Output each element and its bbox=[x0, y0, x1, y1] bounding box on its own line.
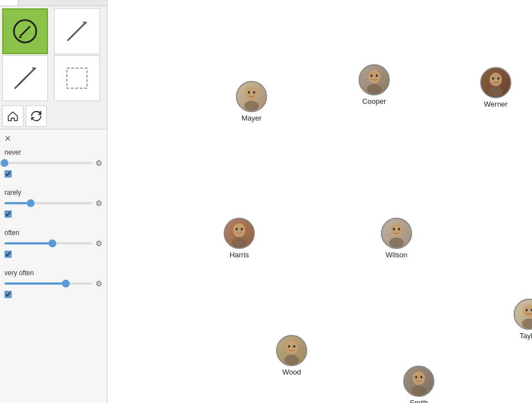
svg-point-39 bbox=[288, 345, 291, 348]
person-node-harris[interactable]: Harris bbox=[224, 218, 255, 259]
svg-line-3 bbox=[68, 22, 86, 40]
slider-row-very-often: ⚙ bbox=[4, 279, 103, 288]
freq-item-very-often: very often ⚙ bbox=[4, 269, 103, 300]
avatar-wilson bbox=[381, 218, 412, 249]
svg-point-30 bbox=[389, 237, 404, 248]
person-node-cooper[interactable]: Cooper bbox=[359, 64, 390, 105]
person-label-wilson: Wilson bbox=[385, 251, 407, 259]
slider-track-often[interactable] bbox=[4, 242, 92, 244]
person-node-wilson[interactable]: Wilson bbox=[381, 218, 412, 259]
gear-icon-often[interactable]: ⚙ bbox=[95, 239, 103, 248]
freq-label-often: often bbox=[4, 229, 103, 237]
svg-rect-8 bbox=[67, 68, 87, 88]
freq-item-never: never ⚙ bbox=[4, 148, 103, 180]
main-canvas: Mayer Cooper bbox=[108, 0, 532, 403]
freq-label-rarely: rarely bbox=[4, 189, 103, 196]
slider-track-rarely[interactable] bbox=[4, 202, 92, 204]
action-row bbox=[0, 103, 107, 129]
tab-1[interactable] bbox=[0, 0, 18, 6]
svg-point-44 bbox=[420, 376, 423, 378]
checkbox-row-very-often bbox=[4, 290, 103, 300]
avatar-mayer bbox=[236, 81, 267, 112]
frequency-container: never ⚙ rarely ⚙ often bbox=[4, 148, 103, 300]
svg-point-13 bbox=[368, 70, 380, 83]
gear-icon-never[interactable]: ⚙ bbox=[95, 159, 103, 167]
svg-line-6 bbox=[20, 68, 35, 84]
gear-icon-very-often[interactable]: ⚙ bbox=[95, 279, 103, 288]
panel-header: ✕ bbox=[4, 134, 103, 143]
checkbox-never[interactable] bbox=[4, 170, 12, 177]
svg-point-12 bbox=[253, 91, 255, 94]
person-label-wood: Wood bbox=[282, 368, 301, 376]
circle-tool-button[interactable] bbox=[2, 8, 48, 54]
svg-point-15 bbox=[371, 74, 373, 77]
avatar-werner bbox=[480, 67, 511, 98]
tab-bar bbox=[0, 0, 107, 6]
checkbox-row-often bbox=[4, 250, 103, 260]
checkbox-often[interactable] bbox=[4, 251, 12, 258]
person-node-smith[interactable]: Smith bbox=[403, 366, 434, 403]
freq-label-never: never bbox=[4, 148, 103, 156]
svg-point-9 bbox=[245, 87, 258, 100]
slider-track-very-often[interactable] bbox=[4, 282, 92, 285]
svg-point-42 bbox=[412, 385, 426, 396]
slider-row-never: ⚙ bbox=[4, 159, 103, 167]
person-label-mayer: Mayer bbox=[241, 114, 262, 122]
checkbox-row-never bbox=[4, 170, 103, 180]
person-node-taylor[interactable]: Taylor bbox=[514, 299, 532, 340]
svg-point-29 bbox=[390, 223, 403, 237]
person-node-mayer[interactable]: Mayer bbox=[236, 81, 267, 122]
slider-row-often: ⚙ bbox=[4, 239, 103, 248]
person-label-smith: Smith bbox=[409, 399, 428, 403]
freq-label-very-often: very often bbox=[4, 269, 103, 277]
avatar-smith bbox=[403, 366, 434, 397]
svg-point-35 bbox=[526, 309, 528, 311]
person-node-werner[interactable]: Werner bbox=[480, 67, 511, 108]
line-tool-button[interactable] bbox=[54, 8, 100, 54]
freq-item-rarely: rarely ⚙ bbox=[4, 189, 103, 220]
svg-point-17 bbox=[490, 73, 502, 86]
svg-point-37 bbox=[286, 340, 298, 354]
avatar-harris bbox=[224, 218, 255, 249]
refresh-button[interactable] bbox=[26, 105, 47, 127]
svg-line-1 bbox=[21, 27, 30, 36]
avatar-wood bbox=[276, 335, 307, 366]
checkbox-rarely[interactable] bbox=[4, 210, 12, 218]
svg-point-19 bbox=[492, 77, 495, 80]
svg-point-40 bbox=[293, 345, 296, 348]
svg-point-43 bbox=[415, 376, 418, 378]
checkbox-row-rarely bbox=[4, 210, 103, 220]
avatar-taylor bbox=[514, 299, 532, 330]
checkbox-very-often[interactable] bbox=[4, 291, 12, 298]
freq-item-often: often ⚙ bbox=[4, 229, 103, 260]
person-label-harris: Harris bbox=[230, 251, 249, 259]
panel-close-button[interactable]: ✕ bbox=[4, 134, 11, 143]
svg-point-10 bbox=[244, 100, 259, 111]
gear-icon-rarely[interactable]: ⚙ bbox=[95, 199, 103, 208]
svg-point-31 bbox=[393, 228, 395, 231]
svg-point-26 bbox=[232, 237, 246, 248]
person-node-wood[interactable]: Wood bbox=[276, 335, 307, 376]
slider-track-never[interactable] bbox=[4, 162, 92, 164]
rect-tool-button[interactable] bbox=[54, 55, 100, 101]
tool-grid bbox=[0, 6, 107, 103]
svg-point-34 bbox=[522, 318, 532, 329]
svg-point-11 bbox=[248, 91, 250, 94]
svg-point-33 bbox=[523, 304, 532, 318]
person-label-taylor: Taylor bbox=[520, 332, 532, 340]
sidebar: ✕ never ⚙ rarely ⚙ often bbox=[0, 0, 108, 403]
support-panel: ✕ never ⚙ rarely ⚙ often bbox=[0, 129, 107, 403]
svg-point-38 bbox=[284, 354, 299, 365]
svg-point-41 bbox=[413, 371, 425, 385]
home-button[interactable] bbox=[2, 105, 23, 127]
person-label-cooper: Cooper bbox=[362, 97, 386, 105]
multiline-tool-button[interactable] bbox=[2, 55, 48, 101]
svg-point-16 bbox=[376, 74, 378, 77]
person-label-werner: Werner bbox=[484, 100, 507, 108]
svg-point-14 bbox=[367, 84, 381, 94]
svg-point-28 bbox=[241, 228, 243, 231]
svg-point-25 bbox=[233, 223, 245, 237]
svg-point-20 bbox=[497, 77, 500, 80]
svg-point-18 bbox=[489, 87, 503, 97]
svg-point-32 bbox=[398, 228, 400, 231]
